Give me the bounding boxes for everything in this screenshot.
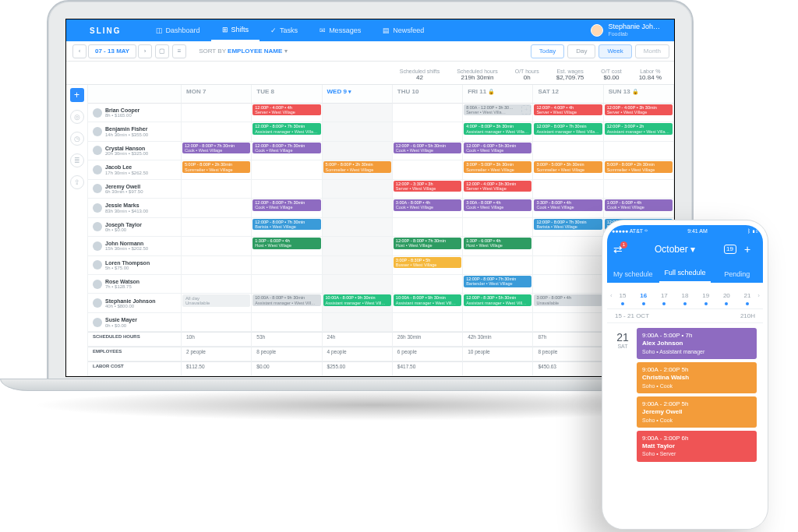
employee-row[interactable]: Stephanie Johnson40h • $800.00 bbox=[88, 294, 182, 313]
schedule-cell[interactable] bbox=[323, 122, 393, 141]
phone-date[interactable]: 21 bbox=[737, 292, 758, 299]
schedule-cell[interactable] bbox=[323, 199, 393, 217]
employee-row[interactable]: Benjamin Fisher14h 30min • $355.00 bbox=[88, 122, 182, 141]
share-icon[interactable]: ⇪ bbox=[70, 175, 84, 189]
shift-card[interactable]: 9:00A - 2:00P 5hJeremy OwellSoho • Cook bbox=[637, 396, 757, 428]
employee-row[interactable]: Jessie Marks83h 30min • $413.00 bbox=[88, 199, 182, 217]
dates-next[interactable]: › bbox=[757, 292, 760, 299]
schedule-cell[interactable] bbox=[323, 218, 393, 237]
shift[interactable]: 12:00P - 4:00P • 4hServer • West Village bbox=[252, 104, 320, 116]
employee-row[interactable]: Loren Thompson5h • $75.00 bbox=[88, 256, 182, 275]
shift[interactable]: 12:00P - 8:00P • 7h 30minBarista • West … bbox=[252, 219, 320, 231]
schedule-cell[interactable]: 12:00P - 3:00P • 2hAssistant manager • W… bbox=[604, 122, 674, 141]
shift[interactable]: 1:00P - 6:00P • 4hCook • West Village bbox=[605, 199, 673, 211]
shift[interactable]: 1:30P - 6:00P • 4hHost • West Village bbox=[252, 238, 320, 249]
schedule-cell[interactable]: 12:00P - 4:00P • 4hServer • West Village bbox=[252, 104, 322, 122]
employee-row[interactable]: Joseph Taylor0h • $0.00 bbox=[88, 218, 182, 237]
schedule-cell[interactable] bbox=[533, 256, 603, 275]
schedule-cell[interactable]: 12:00P - 8:00P • 7h 30minAssistant manag… bbox=[533, 122, 603, 141]
schedule-cell[interactable] bbox=[533, 180, 603, 199]
schedule-cell[interactable] bbox=[182, 218, 252, 237]
schedule-cell[interactable] bbox=[182, 199, 252, 217]
schedule-cell[interactable] bbox=[393, 160, 463, 179]
phone-title[interactable]: October ▾ bbox=[655, 244, 695, 255]
schedule-cell[interactable]: 10:00A - 8:00P • 9h 30minAssistant manag… bbox=[323, 294, 393, 313]
phone-date[interactable]: 16 bbox=[633, 292, 654, 299]
phone-tab[interactable]: Full schedule bbox=[659, 269, 711, 283]
view-week[interactable]: Week bbox=[598, 44, 631, 58]
schedule-cell[interactable] bbox=[393, 218, 463, 237]
day-header[interactable]: THU 10 bbox=[393, 85, 463, 104]
schedule-cell[interactable]: 12:00P - 8:30P • 5h 30minAssistant manag… bbox=[463, 294, 533, 313]
schedule-cell[interactable]: 12:00P - 8:00P • 7h 30minCook • West Vil… bbox=[182, 142, 252, 160]
shift[interactable]: 12:00P - 8:00P • 7h 30minBartender • Wes… bbox=[464, 276, 531, 287]
day-header[interactable]: MON 7 bbox=[182, 85, 252, 104]
schedule-cell[interactable]: All dayUnavailable bbox=[182, 294, 252, 313]
schedule-cell[interactable]: 1:00P - 6:00P • 4hCook • West Village bbox=[604, 199, 674, 217]
schedule-cell[interactable] bbox=[182, 313, 252, 332]
schedule-cell[interactable]: 12:00P - 8:00P • 7h 30minAssistant manag… bbox=[252, 122, 322, 141]
schedule-cell[interactable] bbox=[323, 104, 393, 122]
schedule-cell[interactable] bbox=[182, 180, 252, 199]
employee-row[interactable]: Jeremy Owell6h 30min • $97.50 bbox=[88, 180, 182, 199]
phone-date[interactable]: 20 bbox=[716, 292, 737, 299]
schedule-cell[interactable] bbox=[252, 256, 322, 275]
shift[interactable]: 3:00P - 8:00P • 4hUnavailable bbox=[534, 294, 602, 306]
schedule-cell[interactable] bbox=[533, 237, 603, 255]
view-month[interactable]: Month bbox=[635, 44, 669, 58]
phone-date[interactable]: 18 bbox=[675, 292, 696, 299]
schedule-cell[interactable] bbox=[533, 313, 603, 332]
shift-card[interactable]: 9:00A - 5:00P • 7hAlex JohnsonSoho • Ass… bbox=[637, 328, 757, 359]
shift[interactable]: 12:00P - 8:00P • 7h 30minHost • West Vil… bbox=[394, 238, 461, 249]
schedule-cell[interactable]: 5:00P - 8:00P • 2h 30minSommelier • West… bbox=[604, 160, 674, 179]
filter-icon[interactable]: ⇄1 bbox=[613, 243, 626, 255]
shift[interactable]: 4:00P - 8:00P • 3h 30minAssistant manage… bbox=[464, 123, 531, 135]
shift-card[interactable]: 9:00A - 2:00P 5hChristina WalshSoho • Co… bbox=[637, 362, 757, 393]
clock-icon[interactable]: ◷ bbox=[70, 132, 84, 146]
user-menu[interactable]: Stephanie Joh… Foodlab bbox=[591, 23, 674, 37]
location-icon[interactable]: ◎ bbox=[70, 110, 84, 124]
schedule-cell[interactable] bbox=[182, 237, 252, 255]
shift[interactable]: 12:00P - 4:00P • 3h 30minServer • West V… bbox=[464, 181, 531, 192]
phone-tab[interactable]: My schedule bbox=[607, 270, 659, 283]
schedule-cell[interactable]: 3:00A - 8:00P • 4hCook • West Village bbox=[463, 199, 533, 217]
schedule-cell[interactable]: 3:30P - 8:00P • 4hCook • West Village bbox=[533, 199, 603, 217]
schedule-cell[interactable] bbox=[533, 275, 603, 294]
schedule-cell[interactable]: 3:00A - 8:00P • 4hCook • West Village bbox=[393, 199, 463, 217]
list-icon[interactable]: ≣ bbox=[70, 153, 84, 167]
shift[interactable]: 12:00P - 6:00P • 5h 30minCook • West Vil… bbox=[394, 143, 461, 154]
shift[interactable]: 12:00P - 8:00P • 7h 30minCook • West Vil… bbox=[182, 143, 250, 154]
schedule-cell[interactable]: 3:00P - 8:30P • 5hBusser • West Village bbox=[393, 256, 463, 275]
schedule-cell[interactable] bbox=[182, 275, 252, 294]
schedule-cell[interactable] bbox=[323, 180, 393, 199]
phone-date[interactable]: 15 bbox=[613, 292, 634, 299]
day-header[interactable]: TUE 8 bbox=[252, 85, 322, 104]
shift[interactable]: 12:00P - 3:00P • 2hAssistant manager • W… bbox=[605, 123, 673, 135]
employee-row[interactable]: Susie Mayer0h • $0.00 bbox=[88, 313, 182, 332]
schedule-cell[interactable]: 5:00P - 8:00P • 2h 30minSommelier • West… bbox=[182, 160, 252, 179]
shift[interactable]: 12:00P - 8:00P • 7h 30minAssistant manag… bbox=[252, 123, 320, 135]
add-button[interactable]: + bbox=[70, 88, 84, 102]
employee-row[interactable]: Brian Cooper8h • $165.00 bbox=[88, 104, 182, 122]
shift[interactable]: 5:00P - 8:00P • 2h 30minSommelier • West… bbox=[182, 161, 250, 173]
schedule-cell[interactable]: 12:00P - 8:00P • 7h 30minBartender • Wes… bbox=[463, 275, 533, 294]
shift[interactable]: 12:00P - 4:00P • 3h 30minServer • West V… bbox=[605, 104, 673, 116]
shift[interactable]: 5:00P - 8:00P • 2h 30minSommelier • West… bbox=[605, 161, 673, 173]
schedule-cell[interactable] bbox=[182, 104, 252, 122]
shift[interactable]: 12:00P - 3:30P • 3hServer • West Village bbox=[394, 181, 461, 192]
day-header[interactable]: WED 9 ▾ bbox=[323, 85, 393, 104]
schedule-cell[interactable]: 3:00P - 8:00P • 4hUnavailable bbox=[533, 294, 603, 313]
aux-button-2[interactable]: ≡ bbox=[172, 44, 186, 58]
schedule-cell[interactable]: 5:00P - 8:00P • 2h 30minSommelier • West… bbox=[323, 160, 393, 179]
date-range[interactable]: 07 - 13 MAY bbox=[88, 44, 136, 58]
schedule-cell[interactable] bbox=[323, 237, 393, 255]
schedule-cell[interactable]: 12:00P - 3:30P • 3hServer • West Village bbox=[393, 180, 463, 199]
shift[interactable]: 10:00A - 8:00P • 9h 30minAssistant manag… bbox=[394, 294, 461, 306]
schedule-cell[interactable] bbox=[463, 256, 533, 275]
schedule-cell[interactable]: 12:00P - 4:00P • 3h 30minServer • West V… bbox=[604, 104, 674, 122]
schedule-cell[interactable] bbox=[252, 160, 322, 179]
shift[interactable]: 12:00P - 8:00P • 7h 30minCook • West Vil… bbox=[252, 199, 320, 211]
phone-date[interactable]: 19 bbox=[695, 292, 716, 299]
schedule-cell[interactable] bbox=[604, 180, 674, 199]
sort-control[interactable]: SORT BY EMPLOYEE NAME ▾ bbox=[199, 48, 287, 55]
